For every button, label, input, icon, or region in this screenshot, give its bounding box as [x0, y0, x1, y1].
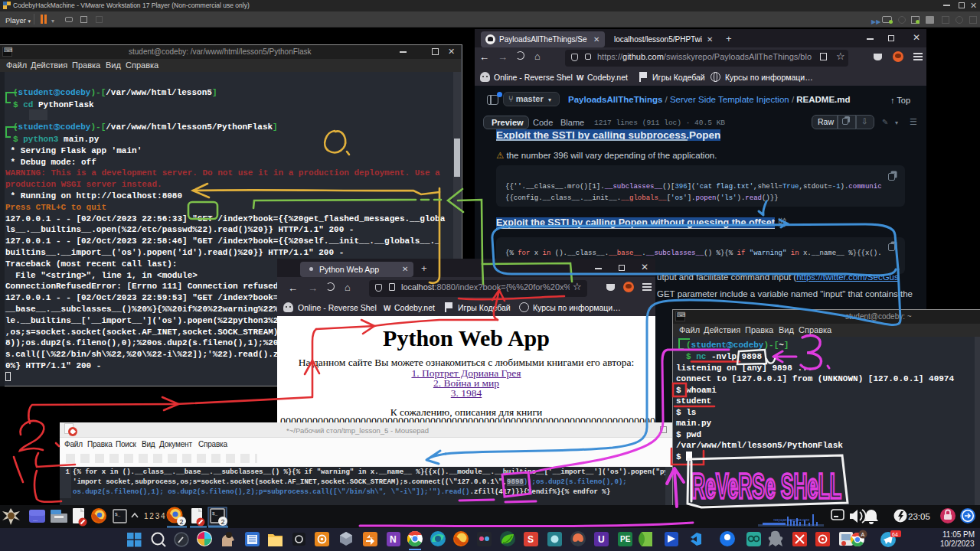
svg-text:ReVeRSe SHeLL: ReVeRSe SHeLL — [691, 466, 841, 506]
